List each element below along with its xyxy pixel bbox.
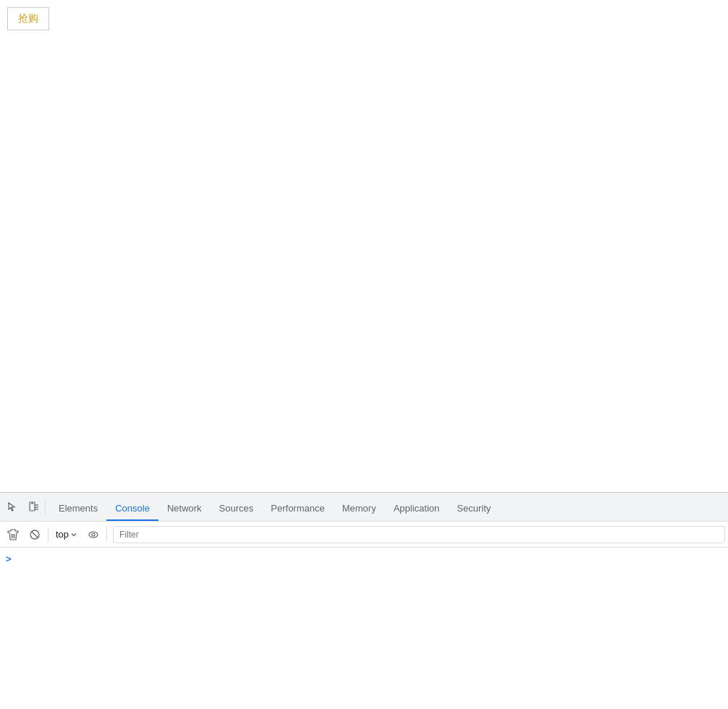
tab-application[interactable]: Application — [385, 496, 449, 521]
console-toolbar: top — [0, 522, 728, 548]
tab-console[interactable]: Console — [106, 496, 158, 521]
svg-point-11 — [89, 532, 98, 538]
console-content[interactable]: > — [0, 548, 728, 709]
eye-icon — [88, 529, 99, 540]
chevron-down-icon — [70, 531, 77, 538]
devtools-panel: Elements Console Network Sources Perform… — [0, 492, 728, 709]
console-separator — [48, 527, 48, 542]
context-label: top — [56, 529, 69, 540]
tab-sources[interactable]: Sources — [211, 496, 263, 521]
tab-network[interactable]: Network — [158, 496, 211, 521]
inspect-element-button[interactable] — [3, 497, 23, 517]
svg-rect-1 — [31, 503, 33, 504]
buy-button[interactable]: 抢购 — [7, 7, 49, 30]
filter-input-wrapper — [113, 526, 725, 543]
devtools-tabbar: Elements Console Network Sources Perform… — [0, 493, 728, 522]
svg-line-10 — [32, 531, 38, 538]
tab-security[interactable]: Security — [448, 496, 499, 521]
clear-console-icon — [7, 529, 19, 540]
clear-console-button[interactable] — [3, 525, 23, 545]
filter-separator — [106, 527, 107, 542]
context-selector[interactable]: top — [51, 526, 82, 543]
tab-elements[interactable]: Elements — [50, 496, 106, 521]
tab-performance[interactable]: Performance — [262, 496, 333, 521]
console-prompt-line[interactable]: > — [6, 551, 722, 566]
filter-input[interactable] — [113, 526, 725, 543]
tab-memory[interactable]: Memory — [334, 496, 385, 521]
block-icon — [29, 529, 41, 540]
inspect-element-icon — [7, 501, 19, 513]
console-caret: > — [6, 553, 12, 564]
block-requests-button[interactable] — [25, 525, 45, 545]
devtools-tabs: Elements Console Network Sources Perform… — [47, 493, 725, 521]
toolbar-separator — [45, 500, 46, 514]
page-content: 抢购 — [0, 0, 728, 492]
device-toolbar-button[interactable] — [23, 497, 43, 517]
live-expressions-button[interactable] — [83, 525, 103, 545]
svg-point-12 — [92, 533, 95, 536]
device-toolbar-icon — [27, 501, 39, 513]
